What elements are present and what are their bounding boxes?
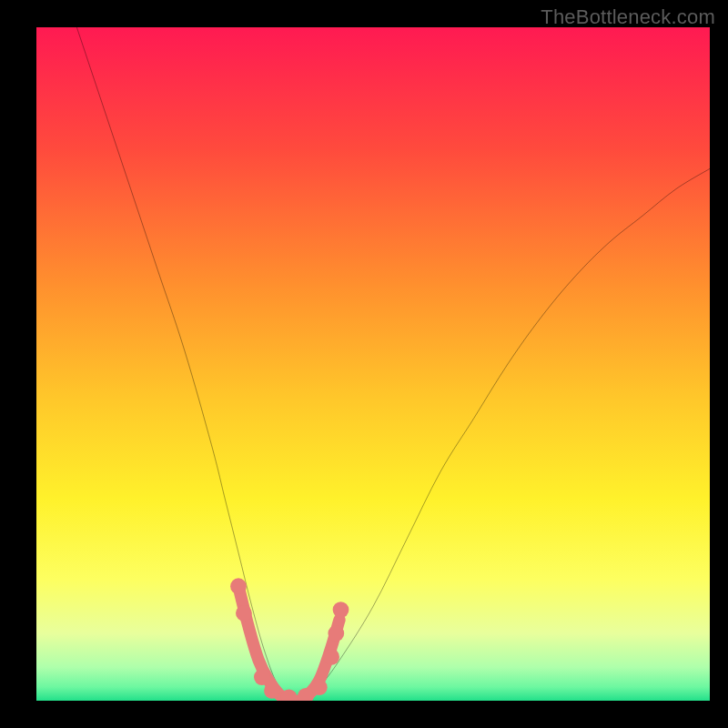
watermark-text: TheBottleneck.com: [541, 5, 715, 29]
highlight-dot: [230, 578, 247, 594]
highlight-dot: [264, 682, 280, 699]
highlight-dot: [254, 669, 270, 685]
bottleneck-curve: [76, 27, 710, 701]
highlight-dot: [328, 625, 344, 642]
highlight-dot: [333, 602, 349, 618]
chart-frame: TheBottleneck.com: [0, 0, 728, 728]
plot-area: [36, 27, 710, 701]
curve-layer: [36, 27, 710, 701]
highlight-dot: [311, 679, 328, 695]
highlight-dot: [323, 649, 339, 665]
highlight-dot: [236, 605, 252, 622]
